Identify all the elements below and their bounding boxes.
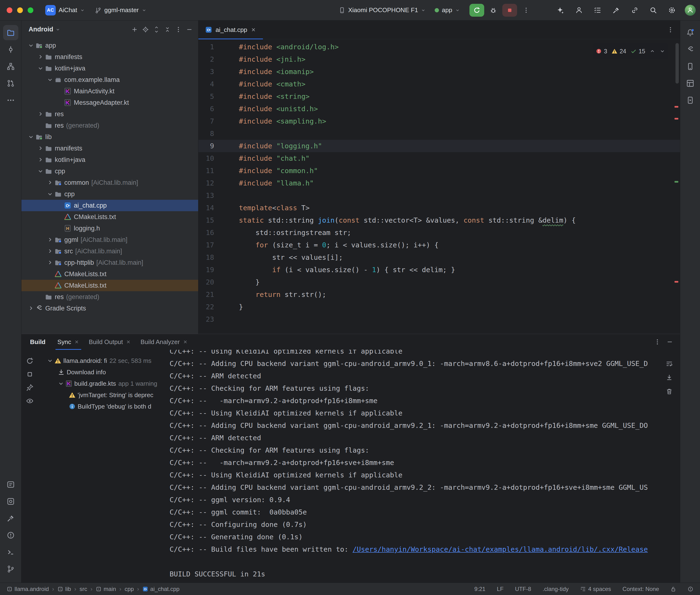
chevron-right-icon[interactable] <box>37 156 44 164</box>
build-tab-build-output[interactable]: Build Output <box>84 334 136 350</box>
code-line[interactable]: 8 <box>198 128 680 140</box>
code-line[interactable]: 17 for (size_t i = 0; i < values.size();… <box>198 239 680 251</box>
breadcrumb-item[interactable]: main <box>96 586 116 592</box>
chevron-right-icon[interactable] <box>46 236 54 244</box>
project-tree-item[interactable]: CMakeLists.txt <box>22 280 198 291</box>
target-button[interactable] <box>141 25 150 34</box>
passed-count[interactable]: 15 <box>631 45 645 57</box>
chevron-down-icon[interactable] <box>46 76 54 84</box>
device-selector[interactable]: Xiaomi POCOPHONE F1 <box>335 4 429 17</box>
device-manager-button[interactable] <box>682 59 698 74</box>
code-line[interactable]: 22} <box>198 301 680 313</box>
todo-button[interactable] <box>592 4 603 16</box>
pull-requests-button[interactable] <box>3 76 18 91</box>
close-tab-icon[interactable] <box>251 27 256 33</box>
hide-tool-window-button[interactable] <box>665 337 675 347</box>
build-button[interactable] <box>3 511 18 526</box>
line-number[interactable]: 13 <box>198 189 225 202</box>
line-number[interactable]: 22 <box>198 301 225 313</box>
project-tree-item[interactable]: CMakeLists.txt <box>22 268 198 280</box>
stop-gray-button[interactable] <box>25 370 34 379</box>
project-tree-item[interactable]: kotlin+java <box>22 154 198 166</box>
minimize-window-button[interactable] <box>17 7 23 13</box>
layout-inspector-button[interactable] <box>682 76 698 91</box>
code-line[interactable]: 10#include "chat.h" <box>198 152 680 165</box>
rerun-button[interactable] <box>25 357 34 366</box>
breadcrumb-item[interactable]: src <box>80 586 87 592</box>
stripe-mark[interactable] <box>674 118 678 119</box>
debug-button[interactable] <box>486 4 500 17</box>
pin-button[interactable] <box>25 383 34 392</box>
editor-scrollbar[interactable] <box>675 43 679 84</box>
code-line[interactable]: 19 if (i < values.size() - 1) { str << d… <box>198 263 680 276</box>
close-window-button[interactable] <box>7 7 12 13</box>
ai-assistant-button[interactable] <box>555 4 566 16</box>
breadcrumb-item[interactable]: cpp <box>124 586 134 592</box>
project-tree-item[interactable]: cpp <box>22 188 198 200</box>
chevron-right-icon[interactable] <box>37 53 44 61</box>
project-tree-item[interactable]: MessageAdapter.kt <box>22 97 198 108</box>
chevron-down-icon[interactable] <box>37 64 44 72</box>
collapse-button[interactable] <box>163 25 172 34</box>
chevron-right-icon[interactable] <box>46 247 54 255</box>
softwrap-button[interactable] <box>665 360 673 368</box>
stripe-mark[interactable] <box>674 181 678 182</box>
vcs-branch-selector[interactable]: ggml-master <box>91 4 149 17</box>
chevron-down-icon[interactable] <box>46 190 54 198</box>
minus-button[interactable] <box>184 25 194 34</box>
clear-button[interactable] <box>665 387 673 395</box>
app-inspection-button[interactable] <box>3 494 18 509</box>
build-tree-item[interactable]: BuildType 'debug' is both d <box>38 401 170 412</box>
code-line[interactable]: 7#include <sampling.h> <box>198 115 680 128</box>
line-number[interactable]: 20 <box>198 276 225 288</box>
build-tree-item[interactable]: Download info <box>38 366 170 378</box>
project-selector[interactable]: AC AiChat <box>42 4 88 17</box>
line-number[interactable]: 7 <box>198 115 225 128</box>
previous-issue-button[interactable] <box>649 48 655 54</box>
project-tree-item[interactable]: Cai_chat.cpp <box>22 200 198 211</box>
code-line[interactable]: 15static std::string join(const std::vec… <box>198 214 680 226</box>
close-tab-icon[interactable] <box>126 339 131 344</box>
chevron-down-icon[interactable] <box>46 357 54 365</box>
build-console[interactable]: C/C++: -- Using KleidiAI optimized kerne… <box>170 350 680 583</box>
project-tree-item[interactable]: com.example.llama <box>22 74 198 85</box>
project-tree-item[interactable]: CMakeLists.txt <box>22 211 198 223</box>
code-line[interactable]: 9#include "logging.h" <box>198 140 680 152</box>
chevron-down-icon[interactable] <box>27 133 35 141</box>
line-number[interactable]: 19 <box>198 263 225 276</box>
settings-button[interactable] <box>666 4 678 16</box>
stop-button[interactable] <box>502 4 517 17</box>
code-with-me-button[interactable] <box>573 4 585 16</box>
line-number[interactable]: 17 <box>198 239 225 251</box>
project-tree-item[interactable]: MainActivity.kt <box>22 85 198 97</box>
status-item[interactable]: 4 spaces <box>580 586 611 592</box>
gradle-button[interactable] <box>682 42 698 57</box>
chevron-right-icon[interactable] <box>46 179 54 187</box>
terminal-button[interactable] <box>3 544 18 560</box>
project-tree-item[interactable]: app <box>22 40 198 51</box>
commit-button[interactable] <box>3 42 18 57</box>
status-item[interactable]: LF <box>497 586 504 592</box>
logcat-button[interactable] <box>3 477 18 492</box>
chevron-down-icon[interactable] <box>57 380 65 387</box>
run-configuration-selector[interactable]: app <box>431 4 463 17</box>
build-tab-build-analyzer[interactable]: Build Analyzer <box>136 334 193 350</box>
code-line[interactable]: 23 <box>198 313 680 325</box>
breadcrumb-item[interactable]: lib <box>57 586 71 592</box>
project-tree-item[interactable]: Hlogging.h <box>22 223 198 234</box>
warning-count[interactable]: 24 <box>611 45 626 57</box>
breadcrumb-item[interactable]: Cai_chat.cpp <box>142 586 179 592</box>
build-tree-item[interactable]: build.gradle.ktsapp 1 warning <box>38 378 170 389</box>
status-item[interactable]: UTF-8 <box>515 586 531 592</box>
project-tree-item[interactable]: res(generated) <box>22 120 198 131</box>
next-issue-button[interactable] <box>660 48 665 54</box>
line-number[interactable]: 15 <box>198 214 225 226</box>
code-line[interactable]: 4#include <cmath> <box>198 78 680 90</box>
status-item[interactable]: Context: None <box>623 586 659 592</box>
project-tree-item[interactable]: res <box>22 108 198 120</box>
chevron-right-icon[interactable] <box>46 259 54 266</box>
line-number[interactable]: 8 <box>198 128 225 140</box>
line-number[interactable]: 4 <box>198 78 225 90</box>
close-tab-icon[interactable] <box>74 339 79 344</box>
rerun-app-button[interactable] <box>470 4 484 17</box>
